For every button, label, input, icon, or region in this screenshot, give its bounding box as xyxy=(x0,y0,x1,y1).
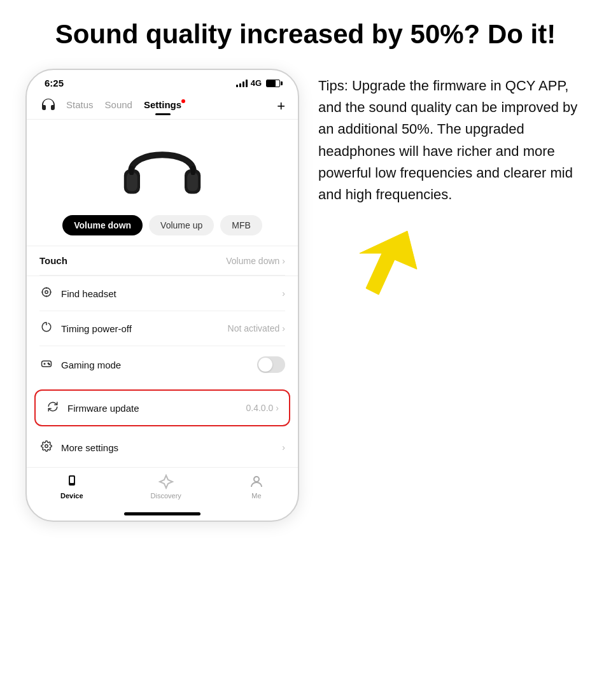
control-buttons: Volume down Volume up MFB xyxy=(27,215,298,246)
network-label: 4G xyxy=(251,78,262,88)
add-device-button[interactable]: + xyxy=(277,99,285,113)
find-headset-icon xyxy=(39,286,53,300)
bottom-nav-me-label: Me xyxy=(251,492,261,500)
tips-text: Tips: Upgrade the firmware in QCY APP, a… xyxy=(318,75,586,206)
gaming-mode-row[interactable]: Gaming mode xyxy=(39,346,285,383)
svg-rect-3 xyxy=(187,172,198,191)
phone-mockup: 6:25 4G Statu xyxy=(25,69,299,522)
more-settings-chevron-icon: › xyxy=(282,442,285,452)
app-nav: Status Sound Settings + xyxy=(27,91,298,120)
arrow-container xyxy=(318,225,586,301)
bottom-nav-device[interactable]: Device xyxy=(60,474,83,500)
tab-settings[interactable]: Settings xyxy=(144,99,181,114)
volume-down-button[interactable]: Volume down xyxy=(62,215,143,235)
status-bar: 6:25 4G xyxy=(27,70,298,91)
firmware-chevron-icon: › xyxy=(276,403,279,413)
find-headset-label: Find headset xyxy=(61,288,282,299)
timing-power-icon xyxy=(39,321,53,335)
more-settings-section: More settings › xyxy=(27,430,298,465)
more-settings-row[interactable]: More settings › xyxy=(39,430,285,465)
headphone-nav-icon[interactable] xyxy=(39,96,57,116)
volume-up-button[interactable]: Volume up xyxy=(149,215,214,235)
firmware-update-row[interactable]: Firmware update 0.4.0.0 › xyxy=(34,389,290,426)
svg-point-16 xyxy=(49,364,50,365)
nav-tabs: Status Sound Settings xyxy=(66,99,277,114)
timing-power-chevron-icon: › xyxy=(282,323,285,333)
settings-dot xyxy=(181,99,185,103)
headphone-image-area xyxy=(27,120,298,215)
svg-rect-1 xyxy=(127,172,137,191)
touch-section: Touch Volume down › xyxy=(27,246,298,276)
signal-icon xyxy=(236,80,248,87)
svg-point-17 xyxy=(45,445,48,448)
bottom-navigation: Device Discovery Me xyxy=(27,467,298,512)
svg-marker-22 xyxy=(360,231,417,295)
firmware-update-value: 0.4.0.0 xyxy=(246,403,274,413)
bottom-nav-device-label: Device xyxy=(60,492,83,500)
page-title: Sound quality increased by 50%? Do it! xyxy=(25,19,586,50)
svg-point-21 xyxy=(254,477,259,482)
touch-chevron-icon: › xyxy=(282,256,285,266)
touch-row[interactable]: Touch Volume down › xyxy=(39,246,285,276)
mfb-button[interactable]: MFB xyxy=(220,215,262,235)
touch-value: Volume down xyxy=(226,256,279,266)
menu-list: Find headset › Timing power-off Not acti… xyxy=(27,276,298,386)
bottom-nav-me[interactable]: Me xyxy=(249,474,264,500)
timing-power-off-row[interactable]: Timing power-off Not activated › xyxy=(39,311,285,346)
home-indicator-bar xyxy=(27,512,298,521)
tips-section: Tips: Upgrade the firmware in QCY APP, a… xyxy=(318,69,586,301)
svg-rect-19 xyxy=(70,477,74,483)
gaming-mode-icon xyxy=(39,358,53,372)
svg-marker-20 xyxy=(160,475,172,488)
firmware-update-icon xyxy=(46,401,60,415)
timing-power-off-label: Timing power-off xyxy=(61,323,228,334)
svg-rect-4 xyxy=(129,166,134,175)
home-indicator xyxy=(124,512,200,515)
find-headset-chevron-icon: › xyxy=(282,288,285,298)
svg-rect-5 xyxy=(191,166,195,175)
bottom-nav-discovery-label: Discovery xyxy=(151,492,181,500)
tab-status[interactable]: Status xyxy=(66,99,94,114)
gaming-mode-label: Gaming mode xyxy=(61,360,257,370)
touch-label: Touch xyxy=(39,255,226,266)
more-settings-icon xyxy=(39,440,53,454)
find-headset-row[interactable]: Find headset › xyxy=(39,276,285,311)
more-settings-label: More settings xyxy=(61,442,282,453)
timing-power-off-value: Not activated xyxy=(228,323,280,333)
firmware-update-label: Firmware update xyxy=(67,403,246,414)
time-display: 6:25 xyxy=(45,78,64,88)
bottom-nav-discovery[interactable]: Discovery xyxy=(151,474,181,500)
svg-point-7 xyxy=(45,291,48,294)
yellow-arrow-icon xyxy=(344,225,426,301)
toggle-knob xyxy=(258,358,272,372)
headphone-image xyxy=(118,131,207,207)
tab-sound[interactable]: Sound xyxy=(105,99,132,114)
battery-icon xyxy=(266,80,280,87)
status-icons: 4G xyxy=(236,78,280,88)
gaming-mode-toggle[interactable] xyxy=(257,356,285,373)
svg-point-6 xyxy=(42,288,51,297)
